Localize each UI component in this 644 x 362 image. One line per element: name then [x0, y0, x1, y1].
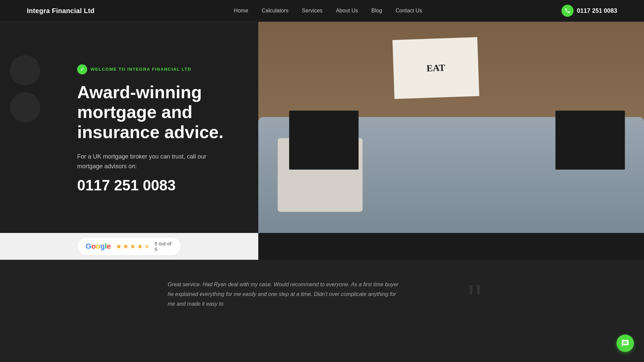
nav-links: Home Calculators Services About Us Blog … — [234, 8, 422, 14]
star-2: ★ — [123, 242, 129, 250]
google-rating-box: Google ★ ★ ★ ★ ★ 5 out of 5 — [77, 237, 181, 256]
quote-mark: " — [467, 278, 483, 318]
scene-box-left — [289, 111, 359, 170]
deco-circle-1 — [10, 55, 40, 85]
hero-section: ✓ WELCOME TO INTEGRA FINANCIAL LTD Award… — [0, 22, 644, 233]
deco-circle-2 — [10, 92, 40, 122]
nav-services[interactable]: Services — [302, 8, 322, 13]
rating-score: 5 out of 5 — [155, 241, 173, 252]
welcome-badge: ✓ WELCOME TO INTEGRA FINANCIAL LTD — [77, 64, 231, 74]
star-4: ★ — [137, 242, 143, 250]
hero-left-panel: ✓ WELCOME TO INTEGRA FINANCIAL LTD Award… — [0, 22, 258, 233]
navbar: Integra Financial Ltd Home Calculators S… — [0, 0, 644, 22]
google-rating-bar: Google ★ ★ ★ ★ ★ 5 out of 5 — [0, 233, 258, 260]
nav-contact-us[interactable]: Contact Us — [395, 8, 422, 13]
star-1: ★ — [116, 242, 122, 250]
hero-phone[interactable]: 0117 251 0083 — [77, 177, 231, 194]
deco-circles — [10, 55, 40, 129]
scene-box-right — [555, 111, 625, 170]
testimonial-section: Great service. Had Ryan deal with my cas… — [0, 260, 644, 362]
hero-subtext: For a UK mortgage broker you can trust, … — [77, 152, 231, 171]
welcome-check-icon: ✓ — [77, 64, 87, 74]
star-3: ★ — [130, 242, 136, 250]
navbar-phone[interactable]: 0117 251 0083 — [561, 5, 617, 17]
brand-logo[interactable]: Integra Financial Ltd — [27, 7, 95, 15]
star-5: ★ — [144, 242, 150, 250]
testimonial-text: Great service. Had Ryan deal with my cas… — [168, 280, 402, 309]
nav-calculators[interactable]: Calculators — [262, 8, 288, 13]
chat-button[interactable] — [616, 335, 634, 352]
nav-blog[interactable]: Blog — [371, 8, 382, 13]
welcome-text: WELCOME TO INTEGRA FINANCIAL LTD — [91, 67, 191, 72]
hero-right-panel: EAT — [258, 22, 644, 233]
nav-about-us[interactable]: About Us — [336, 8, 358, 13]
star-rating: ★ ★ ★ ★ ★ — [116, 242, 150, 250]
navbar-phone-number: 0117 251 0083 — [577, 7, 617, 14]
hero-heading: Award-winning mortgage and insurance adv… — [77, 82, 231, 142]
scene-sign: EAT — [392, 37, 479, 99]
phone-icon — [561, 5, 574, 17]
nav-home[interactable]: Home — [234, 8, 248, 13]
google-logo: Google — [86, 242, 111, 251]
hero-image: EAT — [258, 22, 644, 233]
